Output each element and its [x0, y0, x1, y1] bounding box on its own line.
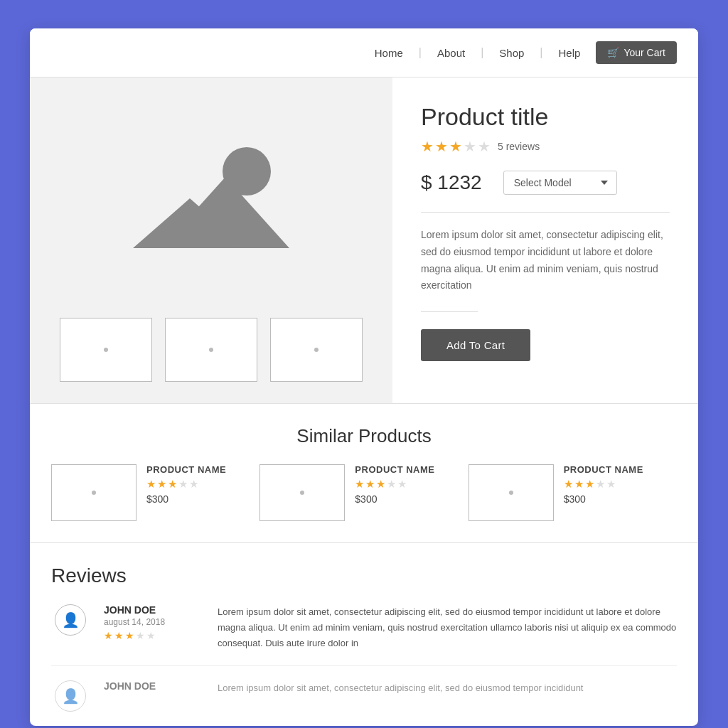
thumbnail-3[interactable] [270, 318, 363, 382]
reviews-section: Reviews 👤 JOHN DOE august 14, 2018 ★ ★ ★… [30, 542, 698, 726]
s1-star-4: ★ [387, 478, 396, 491]
product-price: $ 1232 [421, 171, 482, 194]
product-images-panel [30, 77, 392, 403]
nav-about[interactable]: About [429, 47, 473, 59]
reviewer-stars-0: ★ ★ ★ ★ ★ [104, 630, 156, 641]
r0-star-3: ★ [125, 630, 134, 641]
similar-info-0: PRODUCT NAME ★ ★ ★ ★ ★ $300 [146, 464, 226, 505]
s2-star-3: ★ [585, 478, 594, 491]
similar-thumb-0[interactable] [51, 464, 136, 521]
s2-star-2: ★ [574, 478, 584, 491]
product-info-panel: Product title ★ ★ ★ ★ ★ 5 reviews $ 1232… [392, 77, 698, 403]
product-image-svg [133, 134, 289, 262]
nav-divider-2: | [481, 46, 483, 59]
cart-icon: 🛒 [607, 47, 619, 58]
nav-help[interactable]: Help [550, 47, 589, 59]
r0-star-1: ★ [104, 630, 113, 641]
review-item-0: 👤 JOHN DOE august 14, 2018 ★ ★ ★ ★ ★ Lor… [51, 604, 677, 666]
navbar: Home | About | Shop | Help 🛒 Your Cart [30, 28, 698, 77]
similar-item-1: PRODUCT NAME ★ ★ ★ ★ ★ $300 [259, 464, 468, 521]
page-container: Home | About | Shop | Help 🛒 Your Cart [30, 28, 698, 726]
thumb-dot-1 [104, 348, 108, 352]
product-title: Product title [421, 103, 670, 131]
add-to-cart-button[interactable]: Add To Cart [421, 329, 530, 361]
similar-info-1: PRODUCT NAME ★ ★ ★ ★ ★ $300 [355, 464, 434, 505]
cart-button[interactable]: 🛒 Your Cart [596, 41, 677, 64]
thumbnail-row [60, 318, 363, 382]
reviewer-avatar-1: 👤 [55, 680, 86, 712]
reviewer-avatar-col-1: 👤 [51, 680, 90, 712]
review-text-1: Lorem ipsum dolor sit amet, consectetur … [218, 680, 677, 712]
nav-home[interactable]: Home [366, 47, 412, 59]
similar-name-2: PRODUCT NAME [564, 464, 643, 475]
product-stars: ★ ★ ★ ★ ★ [421, 138, 491, 155]
reviewer-left-1: JOHN DOE [104, 680, 203, 712]
r0-star-5: ★ [146, 630, 156, 641]
similar-name-0: PRODUCT NAME [146, 464, 226, 475]
similar-products-title: Similar Products [51, 425, 677, 447]
star-1: ★ [421, 138, 434, 155]
product-divider [421, 212, 670, 213]
similar-products-grid: PRODUCT NAME ★ ★ ★ ★ ★ $300 PRODUCT [51, 464, 677, 521]
s0-star-3: ★ [168, 478, 177, 491]
s1-star-3: ★ [376, 478, 385, 491]
similar-thumb-1[interactable] [259, 464, 345, 521]
s0-star-1: ★ [146, 478, 156, 491]
reviewer-avatar-0: 👤 [55, 604, 86, 636]
similar-thumb-dot-1 [300, 491, 304, 495]
s0-star-2: ★ [157, 478, 166, 491]
reviews-title: Reviews [51, 564, 677, 587]
similar-stars-1: ★ ★ ★ ★ ★ [355, 478, 434, 491]
reviewer-date-0: august 14, 2018 [104, 617, 165, 627]
product-section: Product title ★ ★ ★ ★ ★ 5 reviews $ 1232… [30, 77, 698, 403]
nav-shop[interactable]: Shop [491, 47, 532, 59]
product-rating-row: ★ ★ ★ ★ ★ 5 reviews [421, 138, 670, 155]
similar-thumb-2[interactable] [469, 464, 554, 521]
similar-products-section: Similar Products PRODUCT NAME ★ ★ ★ ★ ★ … [30, 403, 698, 542]
s1-star-2: ★ [365, 478, 375, 491]
similar-thumb-dot-2 [509, 491, 513, 495]
avatar-icon-0: 👤 [62, 611, 80, 628]
thumbnail-1[interactable] [60, 318, 152, 382]
desc-divider [421, 311, 478, 312]
thumbnail-2[interactable] [165, 318, 257, 382]
s0-star-4: ★ [178, 478, 188, 491]
s1-star-5: ★ [397, 478, 407, 491]
reviewer-name-1: JOHN DOE [104, 680, 156, 692]
similar-item-0: PRODUCT NAME ★ ★ ★ ★ ★ $300 [51, 464, 259, 521]
avatar-icon-1: 👤 [62, 687, 80, 705]
review-text-0: Lorem ipsum dolor sit amet, consectetur … [218, 604, 677, 651]
similar-price-2: $300 [564, 493, 643, 505]
nav-divider-1: | [419, 46, 422, 59]
price-model-row: $ 1232 Select Model Model A Model B [421, 171, 670, 195]
s0-star-5: ★ [189, 478, 198, 491]
r0-star-4: ★ [136, 630, 145, 641]
star-3: ★ [449, 138, 462, 155]
reviewer-left-0: JOHN DOE august 14, 2018 ★ ★ ★ ★ ★ [104, 604, 203, 651]
cart-label: Your Cart [623, 47, 665, 58]
main-product-image [44, 99, 378, 298]
star-2: ★ [435, 138, 448, 155]
similar-stars-0: ★ ★ ★ ★ ★ [146, 478, 226, 491]
star-4: ★ [464, 138, 476, 155]
star-5: ★ [478, 138, 491, 155]
reviewer-name-0: JOHN DOE [104, 604, 156, 616]
nav-divider-3: | [540, 46, 542, 59]
s2-star-5: ★ [606, 478, 616, 491]
thumb-dot-2 [209, 348, 213, 352]
similar-item-2: PRODUCT NAME ★ ★ ★ ★ ★ $300 [469, 464, 677, 521]
similar-thumb-dot-0 [92, 491, 96, 495]
similar-stars-2: ★ ★ ★ ★ ★ [564, 478, 643, 491]
similar-info-2: PRODUCT NAME ★ ★ ★ ★ ★ $300 [564, 464, 643, 505]
similar-price-1: $300 [355, 493, 434, 505]
r0-star-2: ★ [114, 630, 124, 641]
thumb-dot-3 [314, 348, 318, 352]
s2-star-1: ★ [564, 478, 573, 491]
product-description: Lorem ipsum dolor sit amet, consectetur … [421, 227, 670, 294]
s1-star-1: ★ [355, 478, 364, 491]
s2-star-4: ★ [596, 478, 605, 491]
similar-price-0: $300 [146, 493, 226, 505]
review-item-1: 👤 JOHN DOE Lorem ipsum dolor sit amet, c… [51, 680, 677, 712]
similar-name-1: PRODUCT NAME [355, 464, 434, 475]
model-select[interactable]: Select Model Model A Model B [503, 171, 617, 195]
